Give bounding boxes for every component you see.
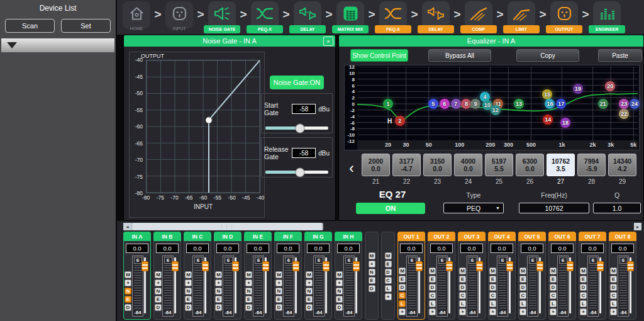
channel-button-l[interactable]: L (550, 300, 557, 307)
channel-button-d[interactable]: D (580, 284, 587, 291)
channel-button-l[interactable]: L (519, 300, 526, 307)
channel-button-d[interactable]: D (306, 304, 313, 311)
fader-handle[interactable] (262, 261, 269, 271)
fader-handle[interactable] (506, 261, 513, 271)
channel-label[interactable]: OUT 7 (579, 232, 606, 241)
channel-strip-in-d[interactable]: IN D0.0M+NED6-64 (214, 232, 242, 320)
channel-button-c[interactable]: C (489, 292, 496, 299)
channel-button-d[interactable]: D (215, 304, 222, 311)
channel-button-d[interactable]: D (155, 304, 162, 311)
gain-value[interactable]: 0.0 (126, 244, 148, 253)
channel-button-plus[interactable]: + (429, 308, 436, 315)
gain-value[interactable]: 0.0 (156, 244, 179, 253)
channel-strip-in-h[interactable]: IN H0.0M+NED6-64 (335, 232, 362, 320)
channel-strip-out-5[interactable]: OUT 50.0MEDCL+6-64 (518, 232, 546, 320)
bypass-all-button[interactable]: Bypass All (428, 49, 491, 62)
eq-control-point-6[interactable]: 6 (440, 99, 450, 109)
slider-handle[interactable] (296, 123, 305, 133)
channel-button-plus[interactable]: + (385, 293, 392, 300)
eq-control-point-1[interactable]: 1 (383, 99, 393, 109)
channel-button-n[interactable]: N (215, 288, 222, 295)
fader-handle[interactable] (597, 261, 604, 271)
channel-button-plus[interactable]: + (336, 279, 343, 286)
channel-label[interactable]: IN D (214, 232, 242, 241)
eq-control-point-19[interactable]: 19 (573, 84, 583, 94)
channel-button-plus[interactable]: + (489, 308, 496, 315)
channel-button-m[interactable]: M (399, 268, 406, 274)
channel-button-l[interactable]: L (580, 300, 587, 307)
eq-control-point-9[interactable]: 9 (470, 99, 480, 109)
gain-value[interactable]: 0.0 (186, 244, 209, 253)
eq-band-cell-21[interactable]: 20000.0 (362, 154, 390, 176)
scroll-left-icon[interactable]: ◄ (123, 223, 131, 230)
toolbar-item-delay[interactable]: DELAY (293, 0, 322, 35)
release-gate-slider[interactable] (265, 171, 328, 174)
channel-button-n[interactable]: N (155, 288, 162, 295)
eq-on-button[interactable]: ON (356, 203, 425, 214)
channel-button-d[interactable]: D (610, 284, 617, 291)
noise-gate-on-button[interactable]: Noise Gate:ON (270, 76, 324, 89)
channel-button-m[interactable]: M (489, 268, 496, 274)
channel-label[interactable]: IN A (123, 232, 151, 241)
channel-button-plus[interactable]: + (306, 279, 313, 286)
eq-control-point-22[interactable]: 22 (619, 109, 629, 119)
channel-button-e[interactable]: E (185, 296, 192, 303)
channel-button-e[interactable]: E (245, 296, 252, 303)
gain-value[interactable]: 0.0 (460, 244, 483, 253)
gain-value[interactable]: 0.0 (307, 244, 330, 253)
toolbar-item-peq-x[interactable]: PEQ-X (379, 0, 408, 35)
channel-button-m[interactable]: M (429, 268, 436, 274)
fader-handle[interactable] (323, 261, 330, 271)
channel-button-plus[interactable]: + (185, 279, 192, 286)
channel-button-d[interactable]: D (459, 284, 466, 291)
channel-button-l[interactable]: L (459, 300, 466, 307)
paste-button[interactable]: Paste (598, 49, 642, 62)
freq-input[interactable]: 10762 (519, 203, 589, 213)
channel-button-n[interactable]: N (336, 288, 343, 295)
channel-button-e[interactable]: E (610, 276, 617, 283)
channel-label[interactable]: OUT 8 (609, 232, 636, 241)
channel-button-plus[interactable]: + (245, 279, 252, 286)
gain-value[interactable]: 0.0 (430, 244, 453, 253)
channel-button-plus[interactable]: + (275, 279, 282, 286)
eq-band-cell-27[interactable]: 107623.5 (547, 154, 575, 176)
channel-button-plus[interactable]: + (399, 308, 406, 315)
channel-strip-out-7[interactable]: OUT 70.0MEDCL+6-64 (579, 232, 606, 320)
channel-button-e[interactable]: E (155, 296, 162, 303)
close-icon[interactable]: × (323, 37, 333, 46)
toolbar-item-matrix-mix[interactable]: MATRIX MIX (336, 0, 365, 35)
fader-handle[interactable] (172, 261, 179, 271)
channel-label[interactable]: IN F (274, 232, 302, 241)
fader-handle[interactable] (536, 261, 543, 271)
channel-label[interactable]: OUT 3 (458, 232, 486, 241)
eq-control-point-7[interactable]: 7 (451, 99, 461, 109)
channel-button-d[interactable]: D (550, 284, 557, 291)
channel-button-e[interactable]: E (459, 276, 466, 283)
channel-button-e[interactable]: E (125, 296, 131, 303)
slider-handle[interactable] (296, 167, 305, 177)
channel-button-e[interactable]: E (369, 277, 375, 284)
set-button[interactable]: Set (61, 19, 111, 33)
channel-label[interactable]: OUT 1 (397, 232, 425, 241)
fader-handle[interactable] (627, 261, 634, 271)
eq-control-point-8[interactable]: 8 (461, 99, 471, 109)
eq-band-cell-25[interactable]: 51975.5 (485, 154, 513, 176)
eq-control-point-16[interactable]: 16 (545, 99, 555, 109)
channel-button-plus[interactable]: + (519, 308, 526, 315)
type-select[interactable]: PEQ ▼ (443, 203, 504, 213)
scroll-right-icon[interactable]: ► (634, 223, 641, 230)
channel-button-e[interactable]: E (550, 276, 557, 283)
bands-prev-button[interactable]: ‹ (345, 156, 358, 180)
channel-button-plus[interactable]: + (459, 308, 466, 315)
channel-button-m[interactable]: M (580, 268, 587, 274)
channel-button-d[interactable]: D (336, 304, 343, 311)
eq-control-point-24[interactable]: 24 (630, 99, 640, 109)
channel-button-e[interactable]: E (489, 276, 496, 283)
channel-button-m[interactable]: M (369, 252, 375, 259)
toolbar-item-home[interactable]: HOME (122, 0, 151, 35)
channel-label[interactable]: OUT 6 (548, 232, 576, 241)
channel-button-l[interactable]: L (385, 285, 392, 292)
start-gate-value[interactable]: -58 (292, 104, 316, 114)
noise-gate-plot[interactable] (146, 60, 260, 193)
eq-control-point-17[interactable]: 17 (556, 99, 566, 109)
